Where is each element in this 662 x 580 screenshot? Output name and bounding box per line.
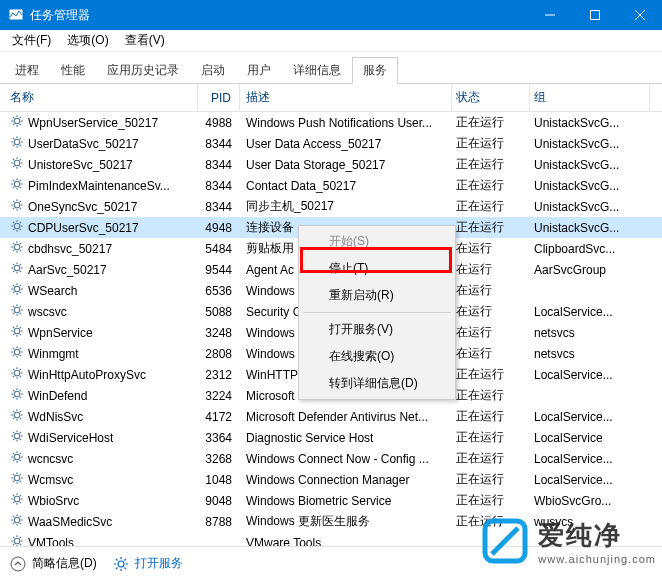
svg-line-94: [13, 313, 14, 314]
svg-point-141: [14, 433, 20, 439]
context-menu: 开始(S) 停止(T) 重新启动(R) 打开服务(V) 在线搜索(O) 转到详细…: [298, 225, 456, 400]
service-gear-icon: [10, 261, 24, 278]
service-name: WbioSrvc: [28, 494, 79, 508]
tab-startup[interactable]: 启动: [190, 57, 236, 84]
svg-line-68: [20, 243, 21, 244]
svg-line-67: [13, 250, 14, 251]
svg-point-195: [11, 557, 25, 571]
svg-line-31: [13, 166, 14, 167]
open-services-link[interactable]: 打开服务: [113, 555, 183, 572]
svg-line-41: [20, 180, 21, 181]
service-pid: 3364: [198, 431, 240, 445]
svg-line-204: [124, 559, 126, 561]
context-start[interactable]: 开始(S): [301, 228, 453, 255]
service-gear-icon: [10, 324, 24, 341]
service-pid: 5088: [198, 305, 240, 319]
table-row[interactable]: UserDataSvc_502178344User Data Access_50…: [0, 133, 662, 154]
context-open-services[interactable]: 打开服务(V): [301, 316, 453, 343]
menu-options[interactable]: 选项(O): [59, 30, 116, 51]
title-bar: 任务管理器: [0, 0, 662, 30]
table-row[interactable]: wcncsvc3268Windows Connect Now - Config …: [0, 448, 662, 469]
service-status: 在运行: [452, 261, 530, 278]
svg-point-168: [14, 496, 20, 502]
svg-line-56: [13, 222, 14, 223]
tab-performance[interactable]: 性能: [50, 57, 96, 84]
context-stop[interactable]: 停止(T): [301, 255, 453, 282]
svg-line-58: [13, 229, 14, 230]
service-status: 正在运行: [452, 177, 530, 194]
svg-point-96: [14, 328, 20, 334]
svg-point-186: [14, 538, 20, 544]
tab-apphistory[interactable]: 应用历史记录: [96, 57, 190, 84]
table-row[interactable]: OneSyncSvc_502178344同步主机_50217正在运行Unista…: [0, 196, 662, 217]
service-group: ClipboardSvc...: [530, 242, 650, 256]
svg-point-159: [14, 475, 20, 481]
tab-services[interactable]: 服务: [352, 57, 398, 84]
service-name: WinDefend: [28, 389, 87, 403]
minimize-button[interactable]: [527, 0, 572, 30]
column-header-name[interactable]: 名称: [0, 84, 198, 111]
table-row[interactable]: Wcmsvc1048Windows Connection Manager正在运行…: [0, 469, 662, 490]
context-restart[interactable]: 重新启动(R): [301, 282, 453, 309]
close-button[interactable]: [617, 0, 662, 30]
svg-line-128: [13, 390, 14, 391]
svg-line-59: [20, 222, 21, 223]
svg-line-120: [20, 376, 21, 377]
menu-view[interactable]: 查看(V): [117, 30, 173, 51]
svg-point-132: [14, 412, 20, 418]
service-pid: 4948: [198, 221, 240, 235]
table-row[interactable]: WdNisSvc4172Microsoft Defender Antivirus…: [0, 406, 662, 427]
service-status: 在运行: [452, 282, 530, 299]
service-pid: 5484: [198, 242, 240, 256]
svg-line-50: [20, 201, 21, 202]
svg-line-148: [13, 439, 14, 440]
svg-line-129: [20, 397, 21, 398]
svg-line-22: [13, 145, 14, 146]
svg-rect-3: [590, 11, 599, 20]
service-status: 在运行: [452, 324, 530, 341]
service-gear-icon: [10, 156, 24, 173]
service-status: 正在运行: [452, 114, 530, 131]
svg-line-121: [13, 376, 14, 377]
service-group: LocalService...: [530, 452, 650, 466]
tab-users[interactable]: 用户: [236, 57, 282, 84]
context-go-to-details[interactable]: 转到详细信息(D): [301, 370, 453, 397]
table-row[interactable]: WdiServiceHost3364Diagnostic Service Hos…: [0, 427, 662, 448]
fewer-details-button[interactable]: 简略信息(D): [10, 555, 97, 572]
svg-line-113: [20, 348, 21, 349]
column-header-pid[interactable]: PID: [198, 84, 240, 111]
context-separator: [303, 312, 451, 313]
maximize-button[interactable]: [572, 0, 617, 30]
table-row[interactable]: WbioSrvc9048Windows Biometric Service正在运…: [0, 490, 662, 511]
svg-line-103: [13, 334, 14, 335]
column-header-group[interactable]: 组: [530, 84, 650, 111]
service-gear-icon: [10, 387, 24, 404]
svg-line-176: [20, 495, 21, 496]
service-pid: 8344: [198, 200, 240, 214]
tab-details[interactable]: 详细信息: [282, 57, 352, 84]
svg-line-122: [20, 369, 21, 370]
service-name: Winmgmt: [28, 347, 79, 361]
service-pid: 8344: [198, 158, 240, 172]
svg-point-105: [14, 349, 20, 355]
svg-line-137: [13, 411, 14, 412]
table-row[interactable]: UnistoreSvc_502178344User Data Storage_5…: [0, 154, 662, 175]
service-description: User Data Storage_50217: [240, 158, 452, 172]
column-header-description[interactable]: 描述: [240, 84, 452, 111]
svg-line-138: [20, 418, 21, 419]
chevron-up-circle-icon: [10, 556, 26, 572]
context-search-online[interactable]: 在线搜索(O): [301, 343, 453, 370]
service-group: WbioSvcGro...: [530, 494, 650, 508]
column-header-status[interactable]: 状态: [452, 84, 530, 111]
table-row[interactable]: WpnUserService_502174988Windows Push Not…: [0, 112, 662, 133]
service-name: Wcmsvc: [28, 473, 73, 487]
table-row[interactable]: PimIndexMaintenanceSv...8344Contact Data…: [0, 175, 662, 196]
service-description: Windows Connect Now - Config ...: [240, 452, 452, 466]
service-gear-icon: [10, 492, 24, 509]
tab-processes[interactable]: 进程: [4, 57, 50, 84]
menu-file[interactable]: 文件(F): [4, 30, 59, 51]
svg-line-192: [20, 544, 21, 545]
service-gear-icon: [10, 513, 24, 530]
service-description: User Data Access_50217: [240, 137, 452, 151]
svg-line-165: [20, 481, 21, 482]
